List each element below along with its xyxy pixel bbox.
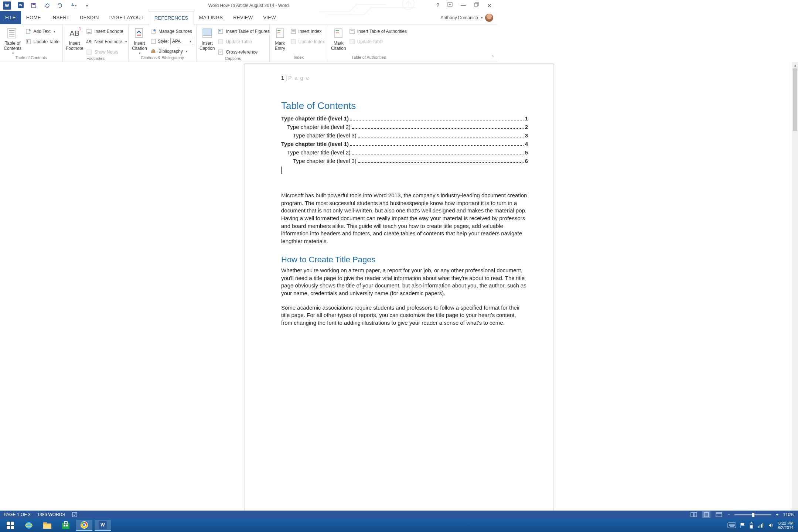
toc-entry-text: Type chapter title (level 1)	[281, 141, 349, 147]
style-icon	[150, 38, 156, 44]
toc-leader	[350, 120, 497, 120]
cross-ref-icon	[218, 49, 224, 55]
svg-rect-5	[474, 3, 478, 6]
tab-mailings[interactable]: MAILINGS	[194, 11, 228, 24]
collapse-ribbon-icon[interactable]: ˄	[492, 55, 494, 60]
toc-entry[interactable]: Type chapter title (level 1)1	[281, 115, 497, 122]
touch-mode-icon[interactable]: ▾	[70, 2, 77, 9]
svg-rect-39	[350, 40, 354, 44]
document-title: Word How-To Article August 2014 - Word	[208, 3, 289, 8]
ribbon-display-icon[interactable]	[447, 2, 453, 9]
insert-caption-button[interactable]: Insert Caption	[200, 26, 215, 51]
group-footnotes-label: Footnotes	[66, 56, 125, 62]
svg-rect-17	[135, 28, 143, 37]
mark-citation-label: Mark Citation	[331, 41, 346, 51]
tab-home[interactable]: HOME	[21, 11, 46, 24]
insert-endnote-button[interactable]: Insert Endnote	[86, 27, 127, 35]
update-table-icon: !	[25, 39, 31, 45]
toc-list: Type chapter title (level 1)1Type chapte…	[281, 115, 497, 164]
add-text-button[interactable]: Add Text▾	[25, 27, 60, 35]
svg-rect-21	[203, 29, 212, 35]
group-citations-label: Citations & Bibliography	[132, 55, 193, 62]
tab-insert[interactable]: INSERT	[46, 11, 75, 24]
mark-entry-button[interactable]: Mark Entry	[273, 26, 287, 51]
update-table-button[interactable]: !Update Table	[25, 38, 60, 46]
svg-rect-24	[219, 30, 221, 31]
insert-footnote-button[interactable]: AB1 Insert Footnote	[66, 26, 83, 51]
svg-rect-16	[87, 50, 91, 54]
svg-rect-6	[8, 28, 16, 38]
restore-icon[interactable]	[474, 2, 479, 9]
undo-icon[interactable]	[44, 2, 50, 9]
toc-entry-text: Type chapter title (level 1)	[281, 115, 349, 122]
tab-references[interactable]: REFERENCES	[149, 11, 194, 24]
toc-leader	[352, 154, 497, 154]
svg-rect-29	[277, 33, 280, 33]
tab-file[interactable]: FILE	[0, 11, 21, 24]
avatar[interactable]	[485, 14, 493, 22]
svg-point-19	[153, 29, 156, 31]
tab-view[interactable]: VIEW	[258, 11, 281, 24]
tof-icon	[218, 28, 224, 34]
redo-icon[interactable]	[57, 2, 64, 9]
toc-entry[interactable]: Type chapter title (level 1)4	[281, 141, 497, 147]
svg-rect-28	[277, 30, 280, 31]
table-of-contents-button[interactable]: Table of Contents▾	[3, 26, 23, 55]
style-select[interactable]: APA▾	[170, 38, 193, 45]
qat-customize-icon[interactable]: ▾	[83, 2, 90, 9]
toc-entry[interactable]: Type chapter title (level 3)3	[281, 132, 497, 139]
toc-leader	[358, 162, 497, 163]
insert-toa-icon	[349, 28, 355, 34]
show-notes-button: Show Notes	[86, 48, 127, 56]
cross-reference-button[interactable]: Cross-reference	[218, 48, 270, 56]
save-icon[interactable]	[30, 2, 37, 9]
insert-tof-button[interactable]: Insert Table of Figures	[218, 27, 270, 35]
footnote-label: Insert Footnote	[66, 41, 83, 51]
insert-index-button[interactable]: Insert Index	[290, 27, 325, 35]
citation-style-row: Style: APA▾	[150, 38, 193, 45]
toc-entry-text: Type chapter title (level 3)	[293, 132, 357, 139]
toc-icon	[7, 27, 18, 39]
insert-toa-button[interactable]: Insert Table of Authorities	[349, 27, 407, 35]
update-index-icon	[290, 39, 296, 45]
toc-entry[interactable]: Type chapter title (level 2)5	[281, 149, 497, 156]
tab-review[interactable]: REVIEW	[228, 11, 258, 24]
manage-sources-icon	[150, 28, 156, 34]
group-toc-label: Table of Contents	[3, 55, 59, 62]
next-footnote-button[interactable]: AB¹Next Footnote▾	[86, 38, 127, 46]
update-toa-icon	[349, 39, 355, 45]
document-area: 1 | P a g e Table of Contents Type chapt…	[0, 62, 497, 331]
toc-entry-text: Type chapter title (level 3)	[293, 158, 357, 164]
svg-rect-36	[336, 33, 339, 33]
user-menu-icon[interactable]: ▾	[481, 16, 483, 20]
help-icon[interactable]: ?	[436, 2, 439, 9]
close-icon[interactable]: ✕	[487, 2, 492, 9]
minimize-icon[interactable]: —	[461, 2, 466, 9]
word-app-icon: W	[3, 1, 11, 10]
update-tof-button: Update Table	[218, 38, 270, 46]
svg-rect-1	[33, 3, 35, 5]
toc-entry[interactable]: Type chapter title (level 3)6	[281, 158, 497, 164]
next-footnote-icon: AB¹	[86, 39, 92, 45]
tab-page-layout[interactable]: PAGE LAYOUT	[104, 11, 149, 24]
mark-citation-button[interactable]: Mark Citation	[331, 26, 346, 51]
toc-heading: Table of Contents	[281, 100, 497, 112]
svg-rect-14	[87, 29, 91, 34]
show-notes-icon	[86, 49, 92, 55]
toc-entry[interactable]: Type chapter title (level 2)2	[281, 124, 497, 130]
svg-rect-20	[151, 39, 156, 44]
word-doc-icon: W	[18, 2, 24, 8]
bibliography-button[interactable]: Bibliography▾	[150, 47, 193, 55]
user-name[interactable]: Anthony Domanico	[441, 15, 478, 20]
svg-rect-30	[291, 29, 296, 34]
insert-citation-button[interactable]: Insert Citation▾	[132, 26, 147, 55]
mark-entry-icon	[274, 27, 286, 39]
toc-leader	[358, 137, 497, 137]
toc-label: Table of Contents	[4, 41, 21, 51]
style-label: Style:	[158, 39, 169, 44]
group-index-label: Index	[273, 55, 325, 62]
page[interactable]: 1 | P a g e Table of Contents Type chapt…	[245, 64, 497, 331]
manage-sources-button[interactable]: Manage Sources	[150, 27, 193, 35]
caption-label: Insert Caption	[200, 41, 215, 51]
tab-design[interactable]: DESIGN	[75, 11, 104, 24]
